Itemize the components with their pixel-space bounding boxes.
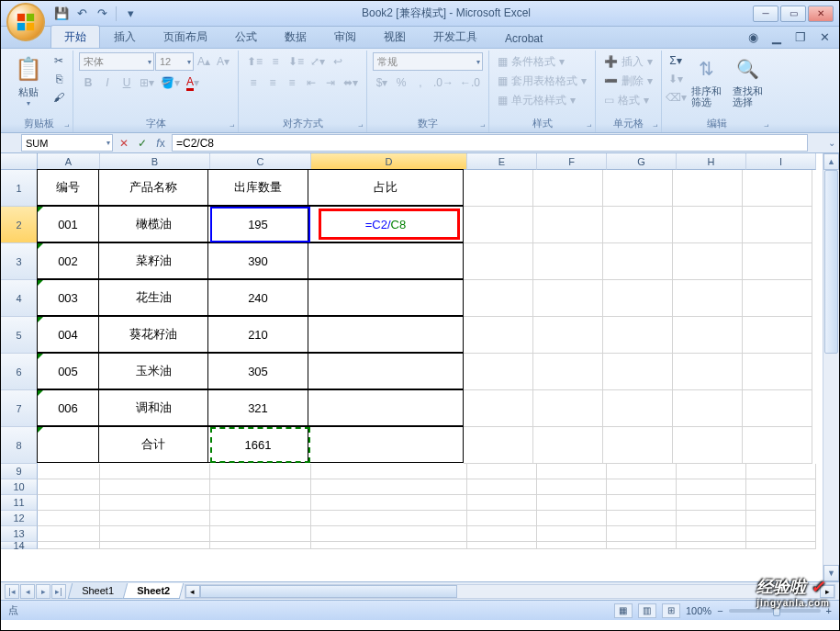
cell-A3[interactable]: 002 [37, 242, 99, 279]
cell-A11[interactable] [38, 495, 100, 511]
cell-A1[interactable]: 编号 [37, 169, 99, 206]
tab-data[interactable]: 数据 [271, 25, 320, 48]
cell-C12[interactable] [210, 511, 311, 526]
cell-D4[interactable] [308, 279, 464, 316]
bold-button[interactable]: B [79, 73, 97, 92]
underline-button[interactable]: U [118, 73, 136, 92]
tab-insert[interactable]: 插入 [100, 25, 150, 48]
table-format-button[interactable]: ▦ 套用表格格式▾ [495, 72, 589, 90]
row-header-3[interactable]: 3 [1, 243, 38, 280]
cell-G1[interactable] [603, 170, 673, 207]
insert-cells-button[interactable]: ➕ 插入▾ [601, 52, 655, 71]
office-button[interactable] [6, 3, 45, 41]
name-box[interactable]: SUM▾ [21, 134, 113, 152]
cell-F12[interactable] [537, 511, 607, 526]
tab-home[interactable]: 开始 [50, 25, 100, 48]
cell-C10[interactable] [210, 479, 311, 495]
percent-button[interactable]: % [392, 73, 410, 92]
cell-I6[interactable] [743, 354, 812, 390]
worksheet-grid[interactable]: ABCDEFGHI 1234567891011121314 编号产品名称出库数量… [1, 153, 839, 581]
row-header-1[interactable]: 1 [1, 170, 38, 207]
cell-A14[interactable] [38, 542, 100, 549]
scroll-thumb[interactable] [824, 170, 838, 354]
cell-E8[interactable] [464, 427, 533, 464]
zoom-level[interactable]: 100% [686, 605, 711, 616]
cells-area[interactable]: 编号产品名称出库数量占比001橄榄油195=C2/C8002菜籽油390003花… [38, 170, 823, 581]
cell-H10[interactable] [677, 479, 746, 495]
cell-I13[interactable] [746, 526, 816, 542]
decrease-font-button[interactable]: A▾ [214, 52, 232, 71]
font-size-combo[interactable]: 12▾ [155, 52, 194, 71]
cell-I5[interactable] [743, 317, 812, 354]
cell-A2[interactable]: 001 [37, 206, 99, 242]
row-header-5[interactable]: 5 [1, 317, 38, 354]
number-format-combo[interactable]: 常规▾ [373, 52, 483, 71]
save-button[interactable]: 💾 [52, 5, 71, 23]
row-header-14[interactable]: 14 [1, 542, 38, 549]
cell-D5[interactable] [308, 316, 464, 353]
cell-F2[interactable] [533, 207, 603, 243]
minimize-button[interactable]: ─ [753, 6, 778, 22]
cell-C13[interactable] [210, 526, 311, 542]
cell-D1[interactable]: 占比 [308, 169, 464, 206]
font-color-button[interactable]: A▾ [184, 73, 202, 92]
cell-F10[interactable] [537, 479, 607, 495]
close-button[interactable]: ✕ [808, 6, 834, 22]
cell-E9[interactable] [467, 464, 537, 479]
increase-decimal-button[interactable]: .0→ [431, 73, 456, 92]
cell-D13[interactable] [311, 526, 467, 542]
cell-F5[interactable] [533, 317, 603, 354]
first-sheet-button[interactable]: |◂ [5, 584, 19, 599]
restore-window-button[interactable]: ❐ [793, 29, 808, 44]
conditional-format-button[interactable]: ▦ 条件格式▾ [495, 52, 567, 71]
cell-D10[interactable] [311, 479, 467, 495]
cell-G13[interactable] [607, 526, 677, 542]
cell-I2[interactable] [743, 207, 812, 243]
tab-view[interactable]: 视图 [370, 25, 420, 48]
cell-C4[interactable]: 240 [207, 279, 308, 316]
paste-button[interactable]: 📋 粘贴 ▾ [10, 52, 47, 109]
cell-F1[interactable] [533, 170, 603, 207]
decrease-decimal-button[interactable]: ←.0 [457, 73, 483, 92]
col-header-G[interactable]: G [607, 153, 677, 170]
currency-button[interactable]: $▾ [373, 73, 391, 92]
minimize-ribbon-button[interactable]: ▁ [769, 29, 784, 44]
cell-G10[interactable] [607, 479, 677, 495]
cell-E2[interactable] [464, 207, 533, 243]
row-header-11[interactable]: 11 [1, 495, 38, 511]
cell-A5[interactable]: 004 [37, 316, 99, 353]
cell-C1[interactable]: 出库数量 [207, 169, 308, 206]
prev-sheet-button[interactable]: ◂ [20, 584, 35, 599]
expand-formula-button[interactable]: ⌄ [824, 133, 839, 152]
cell-D3[interactable] [308, 242, 464, 279]
cell-H1[interactable] [673, 170, 743, 207]
row-header-4[interactable]: 4 [1, 280, 38, 317]
col-header-C[interactable]: C [210, 153, 311, 170]
cell-E13[interactable] [467, 526, 537, 542]
cell-C6[interactable]: 305 [207, 353, 308, 389]
cell-E1[interactable] [464, 170, 533, 207]
tab-layout[interactable]: 页面布局 [150, 25, 221, 48]
page-layout-view-button[interactable]: ▥ [638, 603, 656, 618]
tab-review[interactable]: 审阅 [320, 25, 370, 48]
formula-input[interactable]: =C2/C8 [172, 134, 808, 152]
cell-F8[interactable] [533, 427, 603, 464]
orientation-button[interactable]: ⤢▾ [308, 52, 328, 71]
cell-H12[interactable] [677, 511, 746, 526]
last-sheet-button[interactable]: ▸| [51, 584, 66, 599]
autosum-button[interactable]: Σ▾ [667, 52, 684, 69]
cell-F6[interactable] [533, 354, 603, 390]
align-left-button[interactable]: ≡ [244, 73, 263, 92]
cell-H11[interactable] [677, 495, 746, 511]
cell-C8[interactable]: 1661 [207, 426, 308, 463]
increase-indent-button[interactable]: ⇥ [321, 73, 340, 92]
cell-A7[interactable]: 006 [37, 389, 99, 426]
cell-G8[interactable] [603, 427, 673, 464]
tab-acrobat[interactable]: Acrobat [491, 28, 556, 48]
cell-A12[interactable] [38, 511, 100, 526]
cell-G4[interactable] [603, 280, 673, 317]
cell-E14[interactable] [467, 542, 537, 549]
cell-E4[interactable] [464, 280, 533, 317]
cell-B11[interactable] [100, 495, 210, 511]
undo-button[interactable]: ↶ [73, 5, 91, 23]
